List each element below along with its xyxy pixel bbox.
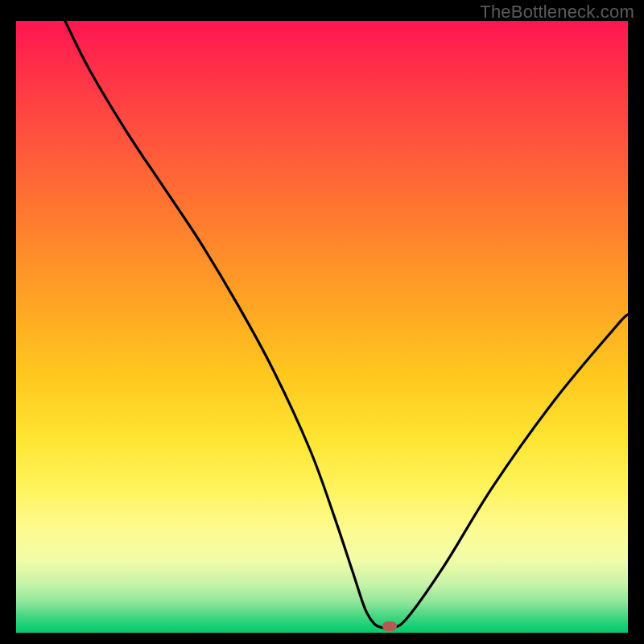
bottleneck-curve	[16, 21, 628, 633]
plot-area	[16, 21, 628, 633]
watermark-text: TheBottleneck.com	[480, 2, 634, 23]
optimal-marker	[382, 621, 397, 631]
chart-frame: TheBottleneck.com	[0, 0, 644, 644]
